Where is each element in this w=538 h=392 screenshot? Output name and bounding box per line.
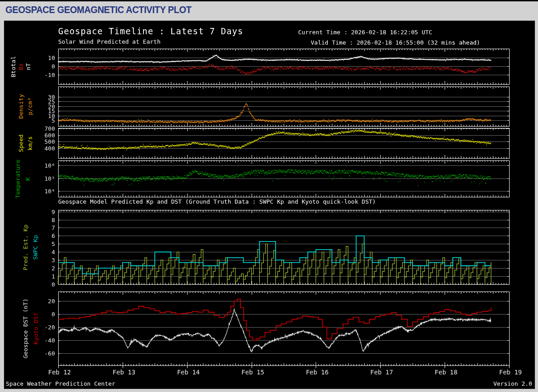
y-tick-label: 5 (51, 241, 55, 247)
panel-axis-label: km/s (27, 136, 33, 150)
y-tick-label: 7 (51, 224, 55, 231)
y-tick-label: -20 (45, 324, 55, 331)
valid-time-label: Valid Time : 2026-02-18 16:55:00 (32 min… (311, 39, 480, 46)
y-tick-label: 10⁶ (45, 162, 55, 169)
x-tick-label: Feb 15 (241, 369, 264, 376)
y-tick-label: 6 (51, 232, 55, 239)
y-tick-label: 10⁴ (45, 187, 55, 194)
page-title: GEOSPACE GEOMAGNETIC ACTIVITY PLOT (5, 4, 191, 16)
y-tick-label: -10 (45, 72, 55, 78)
panel-axis-label: Btotal (10, 56, 17, 77)
footer-source-label: Space Weather Prediction Center (6, 380, 115, 387)
panel-axis-label: Pred. Est. Kp (22, 224, 29, 270)
panel-axis-label: Geospace DST (nT) (22, 298, 29, 358)
page-header-bar: GEOSPACE GEOMAGNETIC ACTIVITY PLOT (0, 1, 538, 19)
panel-axis-label: Speed (18, 134, 24, 152)
model-subtitle: Geospace Model Predicted Kp and DST (Gro… (58, 198, 376, 205)
y-tick-label: 20 (48, 298, 55, 305)
y-tick-label: 600 (45, 132, 55, 138)
y-tick-label: 5 (51, 117, 55, 124)
current-time-label: Current Time : 2026-02-18 16:22:05 UTC (298, 29, 432, 36)
x-tick-label: Feb 16 (306, 369, 329, 376)
plot-frame: Geospace Timeline : Latest 7 Days Curren… (4, 20, 535, 389)
x-tick-label: Feb 12 (48, 369, 71, 376)
y-tick-label: 500 (45, 138, 55, 145)
panel-axis-label: nT (25, 63, 32, 70)
panel-axis-label: SWPC Kp (32, 235, 39, 260)
y-tick-label: 0 (51, 311, 55, 318)
y-tick-label: -60 (45, 350, 55, 357)
panel-axis-label: p/cm³ (27, 97, 33, 115)
y-tick-label: 700 (45, 125, 55, 132)
y-tick-label: 2 (51, 265, 55, 272)
y-tick-label: 0 (51, 63, 55, 70)
x-tick-label: Feb 19 (499, 369, 522, 376)
x-tick-label: Feb 18 (435, 369, 458, 376)
panel-axis-label: Density (18, 94, 24, 119)
panel-axis-label: Temperature (14, 159, 21, 198)
y-tick-label: 8 (51, 216, 55, 223)
panel-axis-label: Bz (18, 63, 24, 70)
y-tick-label: 0 (51, 281, 55, 288)
plot-title: Geospace Timeline : Latest 7 Days (58, 26, 244, 36)
y-tick-label: 3 (51, 257, 55, 264)
y-tick-label: 4 (51, 249, 55, 255)
x-tick-label: Feb 13 (113, 369, 136, 376)
y-tick-label: 1 (51, 273, 55, 280)
x-tick-label: Feb 14 (177, 369, 200, 376)
y-tick-label: -40 (45, 337, 55, 344)
solar-wind-subtitle: Solar Wind Predicted at Earth (58, 38, 161, 45)
panel-axis-label: K (24, 177, 31, 181)
y-tick-label: 9 (51, 208, 55, 215)
footer-version-label: Version 2.0 (493, 380, 532, 387)
y-tick-label: 10⁵ (45, 175, 55, 182)
x-tick-label: Feb 17 (370, 369, 393, 376)
panel-axis-label: Kyoto DST (32, 313, 39, 344)
y-tick-label: 10 (48, 54, 55, 61)
y-tick-label: 400 (45, 145, 55, 152)
